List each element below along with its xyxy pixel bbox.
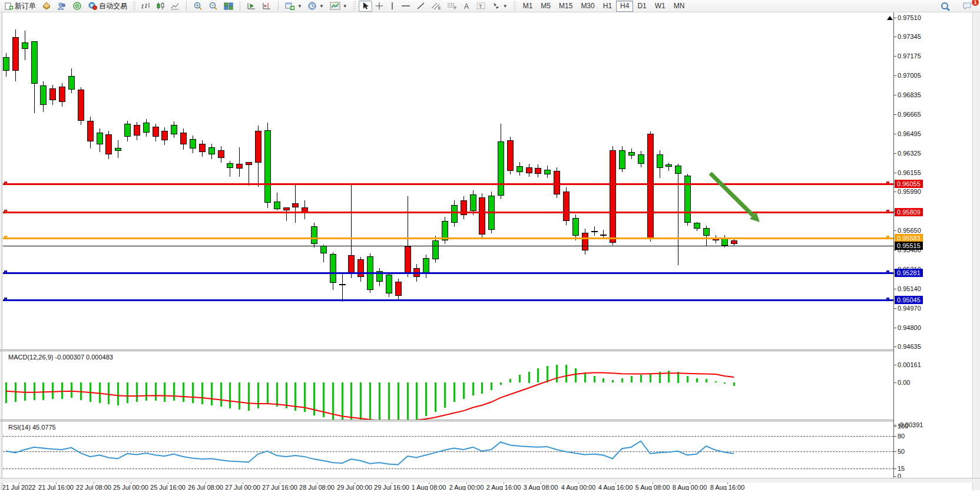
- auto-scroll-icon: [247, 2, 256, 10]
- notifications-button[interactable]: 1: [959, 1, 975, 12]
- cursor-tool-button[interactable]: [359, 1, 372, 12]
- caret-down-icon: ▼: [319, 4, 324, 9]
- line-chart-icon: [171, 2, 180, 10]
- text-label-tool-button[interactable]: T: [474, 1, 489, 12]
- clock-icon: [308, 2, 317, 11]
- line-chart-button[interactable]: [168, 1, 183, 12]
- crosshair-icon: [375, 2, 384, 10]
- price-tick-label: 0.95990: [898, 188, 921, 195]
- chart-shift-icon: [262, 2, 272, 10]
- auto-trading-button[interactable]: 自动交易: [85, 1, 130, 12]
- signals-button[interactable]: [69, 1, 85, 12]
- crosshair-tool-button[interactable]: [372, 1, 387, 12]
- time-label: 8 Aug 16:00: [710, 484, 745, 490]
- window-left-border: [0, 12, 2, 490]
- price-tick: [894, 37, 896, 37]
- time-label: 25 Jul 16:00: [150, 484, 186, 490]
- timeframe-h1-button[interactable]: H1: [599, 1, 616, 12]
- trend-arrow-annotation[interactable]: [3, 12, 893, 349]
- caret-down-icon: ▼: [343, 4, 347, 9]
- rsi-tick: [894, 468, 896, 469]
- rsi-tick-label: 50: [898, 448, 905, 455]
- timeframe-h4-button[interactable]: H4: [616, 1, 633, 12]
- macd-tick: [894, 365, 896, 365]
- tile-windows-icon: [224, 2, 233, 10]
- zoom-out-button[interactable]: [206, 1, 221, 12]
- timeframe-d1-button[interactable]: D1: [633, 1, 650, 12]
- svg-text:E: E: [438, 6, 441, 10]
- price-tick-label: 0.95140: [898, 285, 921, 292]
- time-axis[interactable]: 21 Jul 202221 Jul 16:0022 Jul 08:0025 Ju…: [3, 482, 893, 490]
- price-tick: [894, 328, 896, 328]
- time-label: 5 Aug 08:00: [635, 484, 670, 490]
- arrows-tool-button[interactable]: ▼: [489, 1, 511, 12]
- macd-pane[interactable]: MACD(12,26,9) -0.000307 0.000483: [3, 351, 893, 420]
- rsi-pane[interactable]: RSI(14) 45.0775: [3, 421, 893, 481]
- price-tick: [894, 346, 896, 347]
- indicators-icon: [330, 2, 340, 10]
- timeframe-m15-button[interactable]: M15: [555, 1, 577, 12]
- new-order-label: 新订单: [15, 1, 36, 11]
- search-button[interactable]: [938, 1, 953, 12]
- time-label: 4 Aug 00:00: [561, 484, 596, 490]
- price-pane[interactable]: [3, 12, 893, 349]
- svg-text:T: T: [479, 4, 482, 9]
- axis-scroll-marker: [887, 16, 893, 20]
- history-center-button[interactable]: [39, 1, 54, 12]
- auto-trading-label: 自动交易: [99, 1, 127, 11]
- vertical-line-tool-button[interactable]: [387, 1, 398, 12]
- price-tick: [894, 230, 896, 231]
- bar-chart-button[interactable]: [138, 1, 153, 12]
- periods-button[interactable]: ▼: [305, 1, 327, 12]
- new-chart-button[interactable]: ▼: [282, 1, 305, 12]
- price-tick-label: 0.94800: [898, 324, 921, 331]
- trendline-tool-button[interactable]: [413, 1, 428, 12]
- chart-window: ▼ USDCHF-,H4 0.95497 0.95534 0.95488 0.9…: [0, 12, 980, 490]
- time-label: 4 Aug 16:00: [598, 484, 633, 490]
- price-tick-label: 0.94970: [898, 305, 921, 312]
- time-label: 25 Jul 00:00: [113, 484, 148, 490]
- zoom-in-button[interactable]: [190, 1, 206, 12]
- price-axis[interactable]: 0.975100.973450.971750.970050.968350.966…: [894, 12, 972, 490]
- price-tick: [894, 289, 896, 289]
- fibonacci-tool-button[interactable]: F: [444, 1, 460, 12]
- timeframe-w1-button[interactable]: W1: [651, 1, 670, 12]
- price-tick-label: 0.96835: [898, 91, 921, 98]
- price-tick: [894, 75, 896, 76]
- chat-bubble-icon: [962, 2, 972, 11]
- caret-down-icon: ▼: [297, 4, 302, 9]
- toolbar-separator: [240, 1, 240, 11]
- timeframe-m30-button[interactable]: M30: [577, 1, 598, 12]
- timeframe-mn-button[interactable]: MN: [670, 1, 689, 12]
- tile-windows-button[interactable]: [221, 1, 236, 12]
- new-order-button[interactable]: 新订单: [2, 1, 39, 12]
- price-tick-label: 0.97510: [898, 14, 921, 21]
- community-button[interactable]: [54, 1, 69, 12]
- rsi-tick-label: 100: [898, 423, 908, 430]
- candlestick-chart-button[interactable]: [153, 1, 168, 12]
- channel-icon: E: [431, 2, 441, 10]
- chart-shift-button[interactable]: [259, 1, 274, 12]
- price-tick: [894, 95, 896, 95]
- time-label: 21 Jul 16:00: [38, 484, 74, 490]
- text-tool-button[interactable]: A: [460, 1, 474, 12]
- indicators-button[interactable]: ▼: [327, 1, 350, 12]
- time-label: 3 Aug 08:00: [524, 484, 558, 490]
- horizontal-line-tool-button[interactable]: [398, 1, 413, 12]
- channel-tool-button[interactable]: E: [428, 1, 444, 12]
- time-label: 29 Jul 00:00: [337, 484, 372, 490]
- rsi-tick: [894, 451, 896, 452]
- time-label: 2 Aug 00:00: [449, 484, 484, 490]
- timeframe-m5-button[interactable]: M5: [537, 1, 555, 12]
- price-tick: [894, 153, 896, 154]
- auto-scroll-button[interactable]: [244, 1, 259, 12]
- timeframe-m1-button[interactable]: M1: [519, 1, 537, 12]
- price-tick-label: 0.95650: [898, 227, 921, 234]
- horizontal-line-icon: [401, 2, 410, 10]
- macd-tick: [894, 425, 896, 425]
- time-label: 26 Jul 08:00: [188, 484, 223, 490]
- bar-chart-icon: [141, 2, 150, 10]
- macd-label: MACD(12,26,9) -0.000307 0.000483: [8, 354, 113, 361]
- macd-signal-line: [3, 351, 893, 420]
- toolbar-grip: [133, 1, 135, 11]
